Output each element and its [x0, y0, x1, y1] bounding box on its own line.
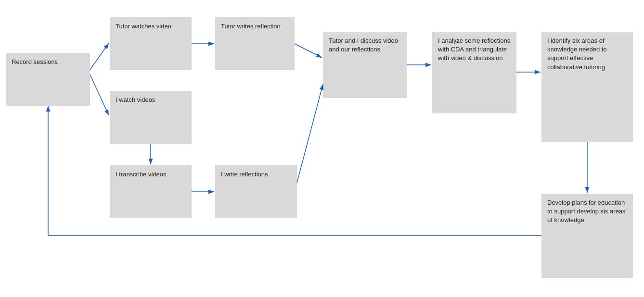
box-tutor-watches-label: Tutor watches video	[116, 22, 171, 31]
arrow-write-to-discuss	[297, 84, 323, 183]
box-develop-plans: Develop plans for education to support d…	[541, 194, 633, 278]
box-tutor-writes: Tutor writes reflection	[215, 17, 295, 70]
box-tutor-discuss: Tutor and I discuss video and our reflec…	[323, 32, 407, 98]
arrow-record-to-i-watch	[90, 74, 109, 115]
box-record-sessions: Record sessions	[6, 53, 90, 106]
box-i-write-label: I write reflections	[221, 170, 268, 179]
box-i-watch: I watch videos	[110, 91, 192, 144]
box-i-watch-label: I watch videos	[116, 96, 155, 104]
box-record-sessions-label: Record sessions	[12, 58, 58, 66]
arrow-tutor-writes-to-discuss	[295, 44, 322, 58]
box-i-transcribe: I transcribe videos	[110, 165, 192, 218]
box-i-transcribe-label: I transcribe videos	[116, 170, 167, 179]
diagram: Record sessions Tutor watches video I wa…	[0, 0, 644, 297]
box-i-write: I write reflections	[215, 165, 297, 218]
box-tutor-discuss-label: Tutor and I discuss video and our reflec…	[329, 37, 401, 54]
box-develop-plans-label: Develop plans for education to support d…	[547, 198, 627, 225]
box-tutor-writes-label: Tutor writes reflection	[221, 22, 281, 31]
arrow-record-to-tutor-watches	[90, 43, 109, 70]
box-i-identify-label: I identify six areas of knowledge needed…	[547, 37, 627, 72]
box-tutor-watches: Tutor watches video	[110, 17, 192, 70]
box-i-identify: I identify six areas of knowledge needed…	[541, 32, 633, 142]
box-i-analyze: I analyze some reflections with CDA and …	[432, 32, 516, 113]
box-i-analyze-label: I analyze some reflections with CDA and …	[438, 37, 511, 63]
